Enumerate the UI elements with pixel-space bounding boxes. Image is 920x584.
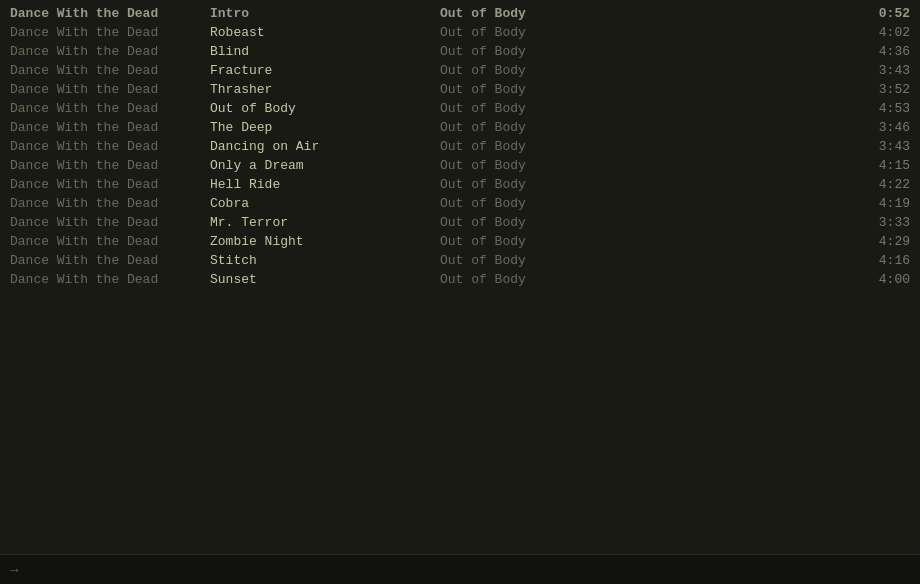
table-row[interactable]: Dance With the DeadZombie NightOut of Bo… <box>0 232 920 251</box>
track-list: Dance With the Dead Intro Out of Body 0:… <box>0 0 920 293</box>
track-artist: Dance With the Dead <box>10 101 210 116</box>
track-album: Out of Body <box>440 25 670 40</box>
track-list-header: Dance With the Dead Intro Out of Body 0:… <box>0 4 920 23</box>
table-row[interactable]: Dance With the DeadSunsetOut of Body4:00 <box>0 270 920 289</box>
track-title: Thrasher <box>210 82 440 97</box>
track-duration: 4:36 <box>670 44 910 59</box>
header-title: Intro <box>210 6 440 21</box>
header-duration: 0:52 <box>670 6 910 21</box>
header-album: Out of Body <box>440 6 670 21</box>
track-album: Out of Body <box>440 44 670 59</box>
track-artist: Dance With the Dead <box>10 44 210 59</box>
header-artist: Dance With the Dead <box>10 6 210 21</box>
track-title: Cobra <box>210 196 440 211</box>
track-title: Dancing on Air <box>210 139 440 154</box>
table-row[interactable]: Dance With the DeadHell RideOut of Body4… <box>0 175 920 194</box>
arrow-icon: → <box>10 562 18 578</box>
track-album: Out of Body <box>440 253 670 268</box>
track-duration: 3:43 <box>670 139 910 154</box>
track-title: Blind <box>210 44 440 59</box>
table-row[interactable]: Dance With the DeadDancing on AirOut of … <box>0 137 920 156</box>
track-title: Mr. Terror <box>210 215 440 230</box>
track-title: Zombie Night <box>210 234 440 249</box>
table-row[interactable]: Dance With the DeadThe DeepOut of Body3:… <box>0 118 920 137</box>
track-album: Out of Body <box>440 139 670 154</box>
track-duration: 3:33 <box>670 215 910 230</box>
track-duration: 4:16 <box>670 253 910 268</box>
track-album: Out of Body <box>440 234 670 249</box>
track-title: Sunset <box>210 272 440 287</box>
track-duration: 3:52 <box>670 82 910 97</box>
track-duration: 4:29 <box>670 234 910 249</box>
bottom-bar: → <box>0 554 920 584</box>
track-album: Out of Body <box>440 177 670 192</box>
track-album: Out of Body <box>440 120 670 135</box>
table-row[interactable]: Dance With the DeadBlindOut of Body4:36 <box>0 42 920 61</box>
track-album: Out of Body <box>440 196 670 211</box>
track-artist: Dance With the Dead <box>10 215 210 230</box>
track-title: Fracture <box>210 63 440 78</box>
track-album: Out of Body <box>440 82 670 97</box>
track-artist: Dance With the Dead <box>10 272 210 287</box>
track-artist: Dance With the Dead <box>10 139 210 154</box>
track-album: Out of Body <box>440 215 670 230</box>
track-duration: 4:15 <box>670 158 910 173</box>
table-row[interactable]: Dance With the DeadFractureOut of Body3:… <box>0 61 920 80</box>
track-album: Out of Body <box>440 101 670 116</box>
table-row[interactable]: Dance With the DeadOnly a DreamOut of Bo… <box>0 156 920 175</box>
table-row[interactable]: Dance With the DeadThrasherOut of Body3:… <box>0 80 920 99</box>
track-duration: 4:00 <box>670 272 910 287</box>
table-row[interactable]: Dance With the DeadRobeastOut of Body4:0… <box>0 23 920 42</box>
track-artist: Dance With the Dead <box>10 82 210 97</box>
track-duration: 3:43 <box>670 63 910 78</box>
track-duration: 4:19 <box>670 196 910 211</box>
track-duration: 4:53 <box>670 101 910 116</box>
track-artist: Dance With the Dead <box>10 25 210 40</box>
table-row[interactable]: Dance With the DeadMr. TerrorOut of Body… <box>0 213 920 232</box>
track-duration: 4:22 <box>670 177 910 192</box>
track-artist: Dance With the Dead <box>10 234 210 249</box>
track-title: Hell Ride <box>210 177 440 192</box>
track-artist: Dance With the Dead <box>10 196 210 211</box>
table-row[interactable]: Dance With the DeadOut of BodyOut of Bod… <box>0 99 920 118</box>
track-artist: Dance With the Dead <box>10 253 210 268</box>
track-artist: Dance With the Dead <box>10 177 210 192</box>
track-title: Robeast <box>210 25 440 40</box>
table-row[interactable]: Dance With the DeadStitchOut of Body4:16 <box>0 251 920 270</box>
track-artist: Dance With the Dead <box>10 120 210 135</box>
track-album: Out of Body <box>440 63 670 78</box>
track-title: Out of Body <box>210 101 440 116</box>
track-duration: 4:02 <box>670 25 910 40</box>
track-duration: 3:46 <box>670 120 910 135</box>
track-title: The Deep <box>210 120 440 135</box>
track-artist: Dance With the Dead <box>10 63 210 78</box>
track-title: Stitch <box>210 253 440 268</box>
track-artist: Dance With the Dead <box>10 158 210 173</box>
table-row[interactable]: Dance With the DeadCobraOut of Body4:19 <box>0 194 920 213</box>
track-album: Out of Body <box>440 158 670 173</box>
track-title: Only a Dream <box>210 158 440 173</box>
track-album: Out of Body <box>440 272 670 287</box>
